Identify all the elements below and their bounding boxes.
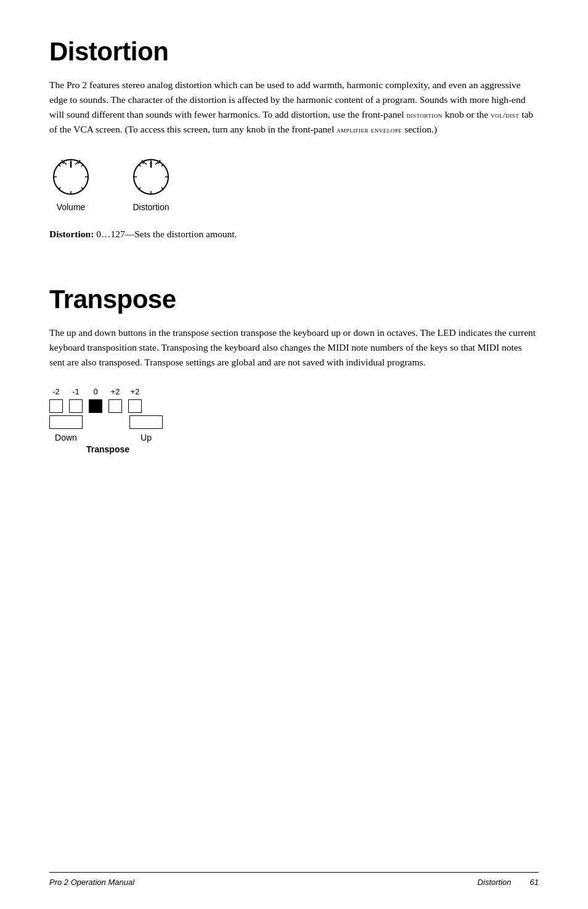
led-minus2: -2 (49, 387, 63, 413)
led-zero: 0 (89, 387, 102, 413)
transpose-body: The up and down buttons in the transpose… (49, 325, 539, 370)
distortion-title: Distortion (49, 37, 539, 67)
distortion-knob-label: Distortion (133, 202, 169, 212)
distortion-param: Distortion: 0…127—Sets the distortion am… (49, 227, 539, 242)
down-button (49, 415, 83, 429)
distortion-knob-item: Distortion (129, 155, 173, 212)
footer-manual-title: Pro 2 Operation Manual (49, 878, 134, 887)
distortion-body: The Pro 2 features stereo analog distort… (49, 78, 539, 137)
footer-right: Distortion 61 (478, 878, 539, 887)
distortion-param-label: Distortion: (49, 229, 94, 239)
up-button (129, 415, 163, 429)
distortion-param-value: 0…127—Sets the distortion amount. (96, 229, 237, 239)
down-label: Down (49, 433, 83, 442)
transpose-button-labels: Down Up (49, 433, 163, 442)
knobs-diagram: Volume Distortion (49, 155, 539, 212)
led-minus1: -1 (69, 387, 83, 413)
volume-knob-item: Volume (49, 155, 92, 212)
led-plus1: +2 (108, 387, 122, 413)
transpose-center-label: Transpose (86, 444, 129, 455)
volume-knob-icon (49, 155, 92, 198)
transpose-title: Transpose (49, 285, 539, 314)
transpose-diagram: -2 -1 0 +2 +2 (49, 387, 539, 455)
footer-section-name: Distortion (478, 878, 512, 887)
up-label: Up (129, 433, 163, 442)
led-row: -2 -1 0 +2 +2 (49, 387, 142, 413)
volume-knob-label: Volume (57, 202, 86, 212)
footer: Pro 2 Operation Manual Distortion 61 (49, 872, 539, 887)
footer-page-number: 61 (530, 878, 539, 887)
page: Distortion The Pro 2 features stereo ana… (0, 0, 588, 909)
led-plus2: +2 (128, 387, 142, 413)
distortion-knob-icon (129, 155, 173, 198)
transpose-buttons (49, 415, 163, 429)
